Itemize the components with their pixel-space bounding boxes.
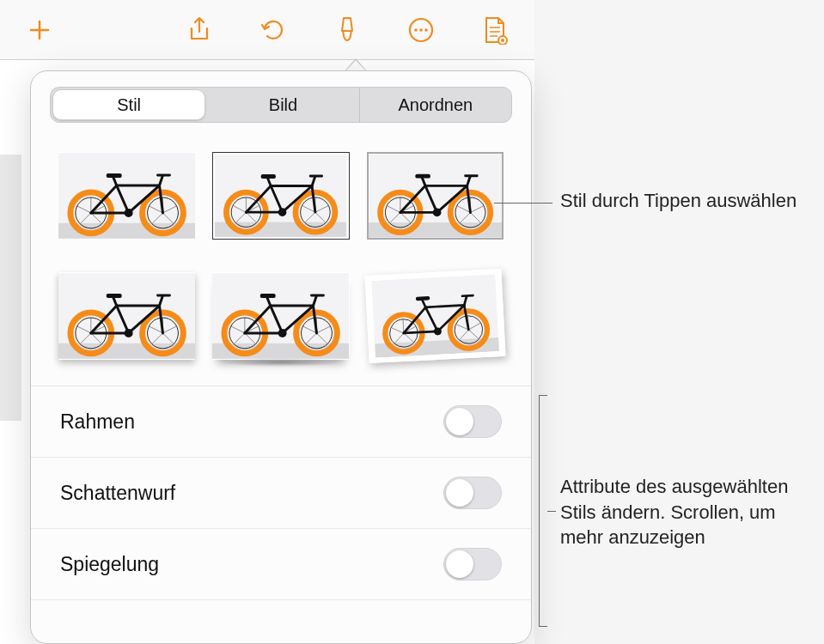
toggle-reflection[interactable]: [443, 548, 502, 580]
option-label-frame: Rahmen: [60, 410, 135, 434]
style-preset-6[interactable]: [367, 272, 504, 360]
style-preset-1[interactable]: [58, 152, 195, 240]
share-icon[interactable]: [182, 13, 217, 47]
svg-point-28: [419, 28, 423, 32]
option-row-frame: Rahmen: [31, 386, 531, 458]
toolbar: [0, 0, 534, 60]
callout-style-select: Stil durch Tippen auswählen: [560, 188, 809, 214]
brush-icon[interactable]: [330, 13, 364, 47]
callout-attributes: Attribute des ausgewählten Stils ändern.…: [560, 474, 809, 550]
tab-style[interactable]: Stil: [52, 89, 205, 120]
option-label-shadow: Schattenwurf: [60, 482, 175, 505]
callout-line: [494, 203, 552, 204]
tab-arrange[interactable]: Anordnen: [360, 88, 511, 122]
style-preset-3[interactable]: [367, 152, 504, 240]
callout-line: [547, 511, 556, 512]
svg-point-29: [424, 28, 428, 32]
style-preset-4[interactable]: [58, 272, 195, 360]
option-row-shadow: Schattenwurf: [31, 458, 531, 529]
svg-point-31: [501, 39, 504, 42]
tab-image[interactable]: Bild: [207, 88, 359, 122]
style-grid: [31, 135, 531, 386]
add-icon[interactable]: [22, 13, 57, 47]
svg-point-27: [414, 28, 418, 32]
style-preset-2[interactable]: [212, 152, 349, 240]
toggle-frame[interactable]: [443, 405, 502, 438]
format-popover: Stil Bild Anordnen Rahmen Schattenwurf S…: [30, 70, 532, 644]
more-icon[interactable]: [404, 13, 438, 47]
option-row-reflection: Spiegelung: [31, 529, 531, 600]
style-options: Rahmen Schattenwurf Spiegelung: [31, 386, 531, 600]
undo-icon[interactable]: [256, 13, 290, 47]
callout-bracket: [539, 395, 547, 627]
app-window: Stil Bild Anordnen Rahmen Schattenwurf S…: [0, 0, 534, 644]
segmented-control: Stil Bild Anordnen: [50, 87, 512, 123]
option-label-reflection: Spiegelung: [60, 553, 159, 576]
document-icon[interactable]: [478, 13, 512, 47]
style-preset-5[interactable]: [212, 272, 349, 360]
toggle-shadow[interactable]: [443, 477, 502, 509]
